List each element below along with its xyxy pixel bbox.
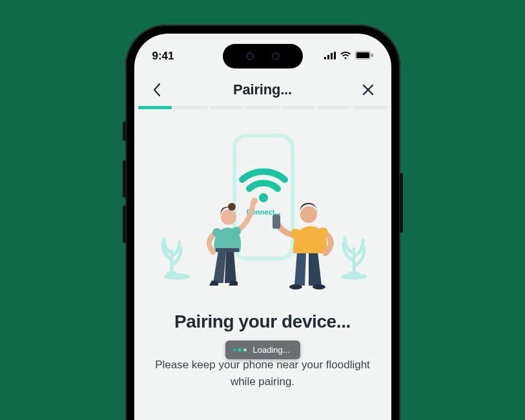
battery-icon: [355, 50, 373, 63]
svg-point-19: [289, 284, 302, 289]
svg-rect-21: [273, 215, 280, 229]
dynamic-island: [223, 44, 303, 68]
progress-segment: [245, 106, 280, 109]
progress-segment: [317, 106, 351, 109]
status-indicators: [324, 50, 373, 63]
svg-rect-1: [327, 55, 329, 59]
svg-rect-10: [167, 271, 177, 279]
svg-point-18: [228, 203, 236, 211]
island-sensor-left: [246, 52, 254, 60]
svg-point-14: [251, 198, 258, 204]
progress-segment: [174, 106, 208, 109]
page-body-text: Please keep your phone near your floodli…: [154, 357, 372, 390]
person-right: [273, 203, 331, 289]
phone-screen: 9:41: [134, 34, 391, 420]
pairing-illustration: Connect...: [134, 124, 391, 311]
wifi-status-icon: [340, 50, 351, 63]
island-sensor-right: [272, 52, 280, 60]
svg-rect-12: [349, 271, 359, 279]
svg-rect-5: [356, 52, 369, 58]
svg-rect-6: [371, 54, 373, 57]
close-icon: [362, 83, 375, 96]
svg-rect-13: [216, 248, 239, 252]
loading-toast: Loading...: [225, 341, 300, 359]
nav-bar: Pairing...: [134, 75, 391, 105]
svg-point-16: [212, 228, 221, 237]
status-time: 9:41: [152, 50, 174, 63]
progress-segment: [282, 106, 316, 109]
progress-bar: [138, 106, 387, 109]
svg-point-24: [300, 206, 317, 223]
svg-rect-2: [331, 53, 333, 59]
svg-point-20: [313, 284, 325, 289]
loading-toast-label: Loading...: [252, 345, 289, 355]
progress-segment: [138, 106, 172, 109]
close-button[interactable]: [360, 81, 376, 98]
svg-point-23: [318, 227, 328, 238]
svg-point-8: [259, 193, 268, 202]
svg-rect-3: [334, 52, 336, 59]
silent-switch: [123, 121, 126, 141]
wifi-icon: [242, 172, 285, 202]
volume-up-button: [123, 160, 126, 198]
cellular-signal-icon: [324, 50, 336, 63]
power-button: [400, 173, 403, 233]
page-headline: Pairing your device...: [134, 311, 391, 332]
nav-title: Pairing...: [233, 81, 292, 98]
phone-frame: 9:41: [125, 25, 400, 420]
progress-segment: [353, 106, 387, 109]
svg-rect-0: [324, 57, 326, 59]
svg-point-22: [291, 229, 301, 239]
svg-point-17: [221, 209, 236, 225]
progress-segment: [210, 106, 244, 109]
volume-down-button: [123, 205, 126, 243]
loading-spinner-icon: [232, 348, 246, 352]
back-button[interactable]: [149, 81, 165, 98]
svg-point-15: [232, 227, 241, 236]
chevron-left-icon: [152, 83, 161, 97]
